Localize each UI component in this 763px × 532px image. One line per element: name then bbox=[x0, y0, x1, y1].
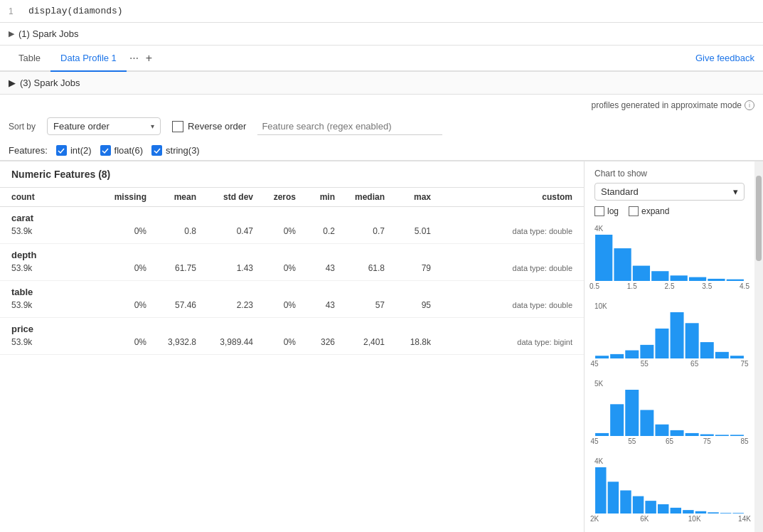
svg-rect-6 bbox=[708, 279, 725, 281]
features-string-checkbox[interactable]: string(3) bbox=[151, 145, 200, 156]
svg-rect-7 bbox=[727, 280, 744, 281]
feat-missing: 0% bbox=[104, 300, 146, 310]
scrollbar-thumb[interactable] bbox=[756, 176, 762, 261]
svg-rect-15 bbox=[700, 342, 714, 358]
svg-rect-16 bbox=[715, 352, 729, 358]
tab-table[interactable]: Table bbox=[9, 46, 50, 72]
x-axis-label: 75 bbox=[703, 437, 711, 445]
svg-rect-13 bbox=[671, 312, 684, 358]
histogram-svg bbox=[594, 467, 745, 514]
x-axis-label: 55 bbox=[628, 437, 636, 445]
y-axis-label: 5K bbox=[594, 380, 603, 388]
chart-select[interactable]: Standard ▾ bbox=[594, 183, 745, 201]
svg-rect-23 bbox=[671, 430, 684, 436]
histogram-block: 10K 45556575 bbox=[594, 302, 745, 371]
features-label: Features: bbox=[9, 145, 48, 156]
line-number: 1 bbox=[9, 6, 20, 16]
expand-checkbox[interactable]: expand bbox=[629, 206, 669, 216]
feat-count: 53.9k bbox=[11, 300, 104, 310]
svg-rect-37 bbox=[708, 512, 718, 514]
sort-bar: Sort by Feature order ▾ Reverse order bbox=[0, 113, 763, 141]
chart-to-show-label: Chart to show bbox=[594, 169, 745, 179]
svg-rect-20 bbox=[625, 390, 639, 436]
x-axis-label: 45 bbox=[590, 437, 598, 445]
feature-search-input[interactable] bbox=[257, 118, 442, 135]
feat-zeros: 0% bbox=[253, 300, 296, 310]
spark-jobs-2[interactable]: ▶ (3) Spark Jobs bbox=[0, 72, 763, 95]
svg-rect-0 bbox=[595, 235, 612, 281]
feat-stddev: 2.23 bbox=[196, 300, 253, 310]
x-axis-label: 65 bbox=[690, 360, 698, 368]
int-cb-box bbox=[56, 145, 67, 156]
svg-rect-35 bbox=[683, 510, 693, 514]
feat-custom: data type: double bbox=[431, 301, 572, 309]
svg-rect-36 bbox=[695, 511, 706, 514]
table-row: carat 53.9k 0% 0.8 0.47 0% 0.2 0.7 5.01 … bbox=[0, 207, 584, 244]
feature-name: depth bbox=[11, 250, 572, 260]
histograms-container: 4K 0.51.52.53.54.5 10K 45556575 5K 45556… bbox=[594, 225, 745, 526]
col-header-missing: missing bbox=[104, 192, 146, 202]
table-row: table 53.9k 0% 57.46 2.23 0% 43 57 95 da… bbox=[0, 281, 584, 318]
feat-custom: data type: double bbox=[431, 227, 572, 235]
x-axis-label: 85 bbox=[740, 437, 748, 445]
svg-rect-30 bbox=[620, 491, 631, 514]
x-axis: 0.51.52.53.54.5 bbox=[594, 282, 745, 294]
profiles-mode-bar: profiles generated in approximate mode i bbox=[0, 95, 763, 113]
x-axis-label: 75 bbox=[740, 360, 748, 368]
svg-rect-2 bbox=[633, 266, 650, 281]
feat-count: 53.9k bbox=[11, 263, 104, 273]
tab-menu-button[interactable]: ⋯ bbox=[127, 47, 142, 69]
svg-rect-1 bbox=[614, 248, 631, 281]
feat-custom: data type: bigint bbox=[431, 338, 572, 346]
feat-mean: 3,932.8 bbox=[146, 337, 196, 347]
svg-rect-34 bbox=[671, 508, 681, 514]
histogram-block: 4K 0.51.52.53.54.5 bbox=[594, 225, 745, 294]
feat-max: 79 bbox=[385, 263, 431, 273]
feat-zeros: 0% bbox=[253, 263, 296, 273]
svg-rect-26 bbox=[715, 435, 729, 436]
feature-data-row: 53.9k 0% 61.75 1.43 0% 43 61.8 79 data t… bbox=[11, 263, 572, 273]
feature-name: table bbox=[11, 287, 572, 297]
expand-cb-box bbox=[629, 206, 639, 216]
svg-rect-38 bbox=[720, 513, 731, 514]
float-cb-box bbox=[100, 145, 111, 156]
svg-rect-9 bbox=[610, 354, 624, 358]
col-header-max: max bbox=[385, 192, 431, 202]
log-cb-box bbox=[594, 206, 604, 216]
feature-name: carat bbox=[11, 213, 572, 223]
give-feedback-link[interactable]: Give feedback bbox=[695, 53, 754, 63]
x-axis-label: 0.5 bbox=[589, 282, 599, 290]
sort-select-arrow: ▾ bbox=[151, 122, 154, 130]
svg-rect-28 bbox=[595, 467, 606, 514]
feat-missing: 0% bbox=[104, 337, 146, 347]
col-header-count: count bbox=[11, 192, 104, 202]
y-axis-label: 4K bbox=[594, 457, 603, 465]
feat-max: 5.01 bbox=[385, 226, 431, 236]
x-axis-label: 14K bbox=[738, 515, 751, 523]
tab-data-profile[interactable]: Data Profile 1 bbox=[50, 46, 127, 72]
x-axis-label: 55 bbox=[641, 360, 649, 368]
svg-rect-3 bbox=[651, 271, 668, 281]
x-axis: 4555657585 bbox=[594, 437, 745, 449]
x-axis-label: 6K bbox=[640, 515, 649, 523]
spark-jobs-2-arrow: ▶ bbox=[9, 78, 16, 88]
histogram-svg bbox=[594, 235, 745, 281]
tabs-row: Table Data Profile 1 ⋯ + Give feedback bbox=[0, 46, 763, 72]
features-int-checkbox[interactable]: int(2) bbox=[56, 145, 92, 156]
sort-select[interactable]: Feature order ▾ bbox=[47, 117, 161, 135]
x-axis-label: 45 bbox=[590, 360, 598, 368]
tab-add-button[interactable]: + bbox=[142, 46, 156, 70]
x-axis-label: 1.5 bbox=[627, 282, 637, 290]
svg-rect-19 bbox=[610, 404, 624, 436]
features-string-label: string(3) bbox=[166, 145, 200, 156]
reverse-order-checkbox[interactable]: Reverse order bbox=[172, 121, 246, 132]
log-checkbox[interactable]: log bbox=[594, 206, 619, 216]
feat-count: 53.9k bbox=[11, 226, 104, 236]
feat-mean: 57.46 bbox=[146, 300, 196, 310]
code-content: display(diamonds) bbox=[28, 6, 123, 16]
spark-jobs-1[interactable]: ▶ (1) Spark Jobs bbox=[0, 23, 763, 46]
feat-mean: 0.8 bbox=[146, 226, 196, 236]
features-float-checkbox[interactable]: float(6) bbox=[100, 145, 143, 156]
scrollbar[interactable] bbox=[754, 161, 763, 532]
info-icon[interactable]: i bbox=[745, 100, 754, 110]
